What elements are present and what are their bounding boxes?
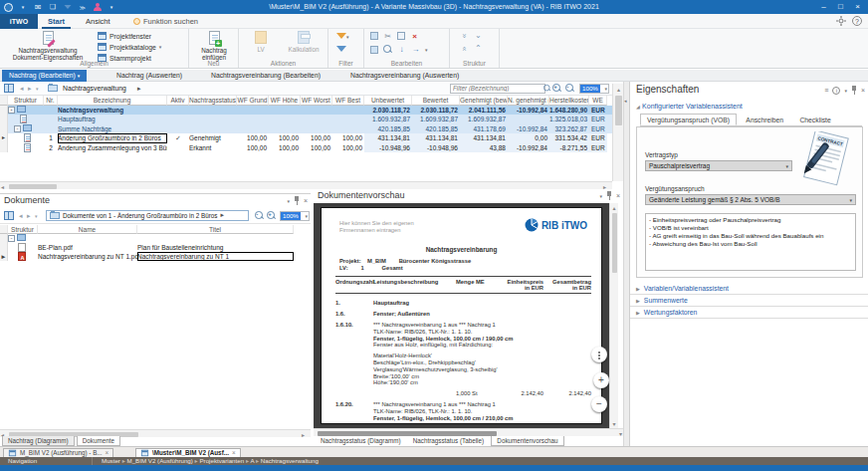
collapse-icon[interactable]: - bbox=[8, 107, 15, 114]
col-genehmigt[interactable]: Genehmigt (bew.) bbox=[460, 96, 508, 106]
scroll-down-icon[interactable]: ▾ bbox=[610, 420, 618, 427]
table-row-nachtrag-1[interactable]: ► 1 Änderung Großraumbüro in 2 Büros ✓ G… bbox=[0, 133, 612, 143]
col-n-genehmigt[interactable]: N. genehmigt (bew.) bbox=[508, 96, 549, 106]
tab-anschreiben[interactable]: Anschreiben bbox=[739, 114, 790, 125]
expand-all-icon[interactable]: » bbox=[460, 30, 468, 42]
tab-dokumente[interactable]: Dokumente bbox=[77, 436, 120, 446]
tab-start[interactable]: Start bbox=[42, 14, 71, 29]
zoom-out-floating-button[interactable]: − bbox=[591, 396, 607, 412]
filter-clear-button[interactable] bbox=[336, 45, 346, 54]
collapse-one-icon[interactable]: ⌃ bbox=[472, 45, 484, 53]
col-wf-worst[interactable]: WF Worst bbox=[301, 96, 332, 106]
minimize-button[interactable]: – bbox=[815, 0, 832, 13]
preview-vertical-scrollbar[interactable]: ▴ ▾ bbox=[609, 203, 618, 428]
cut-icon[interactable]: ✂ bbox=[383, 32, 392, 41]
back-icon[interactable]: ◂ bbox=[20, 85, 24, 93]
scroll-right-icon[interactable]: ▸ bbox=[302, 431, 305, 438]
maximize-button[interactable]: □ bbox=[832, 0, 849, 13]
section-variablenassistent-header[interactable]: ◢ Konfigurierter Variablenassistent bbox=[636, 102, 743, 111]
section-variablen[interactable]: ▶Variablen/Variablenassistent bbox=[630, 283, 868, 295]
col-struktur[interactable]: Struktur bbox=[8, 225, 38, 234]
dokumente-folder-row[interactable]: - bbox=[0, 234, 294, 243]
verguetungsanspruch-select[interactable]: Geänderte Leistung gemäß § 2 Abs. 5 VOB/… bbox=[645, 194, 856, 205]
projektkataloge-button[interactable]: Projektkataloge▾ bbox=[98, 42, 161, 52]
col-wf-hoehe[interactable]: WF Höhe bbox=[269, 96, 301, 106]
col-wf-best[interactable]: WF Best bbox=[332, 96, 364, 106]
search-icon[interactable] bbox=[383, 45, 392, 54]
history-dropdown-icon[interactable]: ▾ bbox=[35, 213, 38, 219]
grid-horizontal-scrollbar[interactable]: ◂ ▸ bbox=[0, 181, 612, 189]
navigation-button[interactable]: Navigation bbox=[8, 457, 37, 465]
page-options-button[interactable] bbox=[591, 347, 607, 362]
aktiv-check-icon[interactable]: ✓ bbox=[167, 133, 189, 143]
window-menu-icon[interactable]: ▾ bbox=[599, 193, 602, 199]
col-wf-grund[interactable]: WF Grund bbox=[237, 96, 269, 106]
zoom-in-icon[interactable]: + bbox=[267, 211, 276, 222]
col-nr[interactable]: Nr. bbox=[44, 96, 58, 106]
tab-checkliste[interactable]: Checkliste bbox=[792, 114, 837, 125]
expand-one-icon[interactable]: ⌄ bbox=[472, 32, 484, 40]
scrollbar-menu-icon[interactable]: ▾ bbox=[619, 430, 622, 437]
kalkulation-button[interactable]: Kalkulation bbox=[283, 30, 325, 53]
vertragstyp-select[interactable]: Pauschalpreisvertrag▾ bbox=[645, 160, 792, 171]
collapse-left-icon[interactable]: ◂ bbox=[624, 98, 627, 104]
delete-icon[interactable]: × bbox=[410, 32, 419, 41]
col-we[interactable]: WE bbox=[589, 96, 607, 106]
projektfenster-button[interactable]: Projektfenster bbox=[98, 31, 151, 41]
col-name[interactable]: Name bbox=[38, 225, 137, 234]
filter-button[interactable]: ▾ bbox=[336, 32, 349, 41]
zoom-in-floating-button[interactable]: + bbox=[593, 372, 609, 388]
split-view-icon[interactable] bbox=[4, 211, 14, 222]
col-bewertet[interactable]: Bewertet bbox=[412, 96, 460, 106]
nachtragsverwaltung-eigenschaften-button[interactable]: Nachtragsverwaltung Dokument-Eigenschaft… bbox=[4, 30, 92, 61]
preview-horizontal-scrollbar[interactable]: ▾ bbox=[314, 428, 623, 436]
export-icon[interactable]: → bbox=[411, 45, 420, 54]
cell-bezeichnung-selected[interactable]: Änderung Großraumbüro in 2 Büros bbox=[58, 133, 167, 143]
copy-icon[interactable] bbox=[370, 32, 378, 40]
back-icon[interactable]: ◂ bbox=[19, 212, 23, 220]
lv-button[interactable]: LV bbox=[243, 30, 279, 53]
breadcrumb-arrow-icon[interactable]: ▸ bbox=[137, 85, 141, 93]
gear-icon[interactable] bbox=[836, 16, 846, 26]
clipboard-icon[interactable] bbox=[370, 46, 378, 54]
col-herstellkosten[interactable]: Herstellkosten ... bbox=[549, 96, 589, 106]
stack-icon[interactable]: ≡ bbox=[824, 87, 828, 94]
split-view-icon[interactable] bbox=[4, 84, 14, 95]
close-button[interactable]: × bbox=[849, 0, 866, 13]
scroll-up-icon[interactable]: ▴ bbox=[610, 204, 618, 211]
cell-titel-selected[interactable]: Nachtragsvereinbarung zu NT 1 bbox=[137, 252, 294, 261]
tab-nachtrag-auswerten[interactable]: Nachtrag (Auswerten) bbox=[109, 70, 189, 82]
collapse-icon[interactable]: - bbox=[8, 235, 15, 242]
col-bezeichnung[interactable]: Bezeichnung bbox=[58, 96, 167, 106]
close-panel-icon[interactable]: × bbox=[616, 192, 620, 199]
table-row-hauptauftrag[interactable]: Hauptauftrag 1.609.932,87 1.609.932,87 1… bbox=[0, 115, 612, 124]
history-dropdown-icon[interactable]: ▾ bbox=[36, 86, 39, 92]
app-button[interactable]: iTWO bbox=[0, 14, 38, 29]
tab-nachtragsstatus-diagramm[interactable]: Nachtragsstatus (Diagramm) bbox=[316, 436, 405, 446]
paste-icon[interactable] bbox=[397, 32, 405, 40]
table-row-nachtrag-2[interactable]: 2 Änderung Zusammenlegung von 3 Büros zu… bbox=[0, 143, 612, 153]
info-icon[interactable]: i bbox=[832, 87, 840, 95]
tab-nachtrag-diagramm[interactable]: Nachtrag (Diagramm) bbox=[2, 436, 75, 446]
tab-nachtragsvereinbarung-auswerten[interactable]: Nachtragsvereinbarung (Auswerten) bbox=[343, 70, 466, 82]
nachtrag-einfuegen-button[interactable]: + Nachtrag einfügen bbox=[191, 30, 237, 61]
dokumente-zoom-select[interactable]: 100%▾ bbox=[280, 211, 310, 221]
function-search[interactable]: Funktion suchen bbox=[127, 14, 204, 29]
table-row-nachtragsverwaltung[interactable]: - Nachtragsverwaltung 2.030.118,72 2.030… bbox=[0, 106, 612, 116]
col-aktiv[interactable]: Aktiv bbox=[167, 96, 189, 106]
zoom-select[interactable]: 100%▾ bbox=[579, 84, 609, 94]
collapse-icon[interactable]: - bbox=[14, 125, 21, 132]
tab-dokumentenvorschau[interactable]: Dokumentenvorschau bbox=[491, 436, 563, 446]
statusbar-breadcrumb[interactable]: Muster ▸ M_BIM V2 (Ausführung) ▸ Projekt… bbox=[102, 457, 319, 465]
breadcrumb[interactable]: Nachtragsverwaltung bbox=[63, 85, 126, 92]
tab-nachtragsvereinbarung-bearbeiten[interactable]: Nachtragsvereinbarung (Bearbeiten) bbox=[204, 70, 327, 82]
zoom-in-icon[interactable]: + bbox=[552, 84, 561, 95]
table-row-summe-nachtraege[interactable]: - Summe Nachträge 420.185,85 420.185,85 … bbox=[0, 124, 612, 134]
collapse-all-icon[interactable]: « bbox=[460, 43, 468, 55]
pin-icon[interactable] bbox=[606, 191, 612, 200]
pin-icon[interactable] bbox=[851, 86, 857, 95]
col-unbewertet[interactable]: Unbewertet bbox=[364, 96, 412, 106]
section-wertungsfaktoren[interactable]: ▶Wertungsfaktoren bbox=[630, 307, 868, 319]
dokumente-row-nachtragsvereinbarung[interactable]: ► Nachtragsvereinbarung zu NT 1.pdf Nach… bbox=[0, 252, 294, 261]
section-summenwerte[interactable]: ▶Summenwerte bbox=[630, 295, 868, 307]
